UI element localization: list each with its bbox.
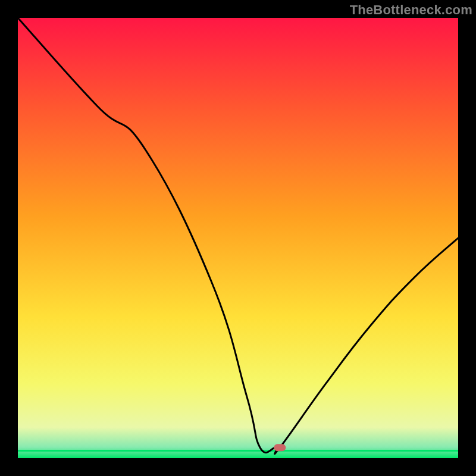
gradient-rect xyxy=(18,18,458,458)
watermark-text: TheBottleneck.com xyxy=(350,2,472,18)
plot-area xyxy=(18,18,458,458)
chart-svg xyxy=(18,18,458,458)
bottleneck-marker xyxy=(274,444,286,451)
chart-frame: TheBottleneck.com xyxy=(0,0,476,476)
